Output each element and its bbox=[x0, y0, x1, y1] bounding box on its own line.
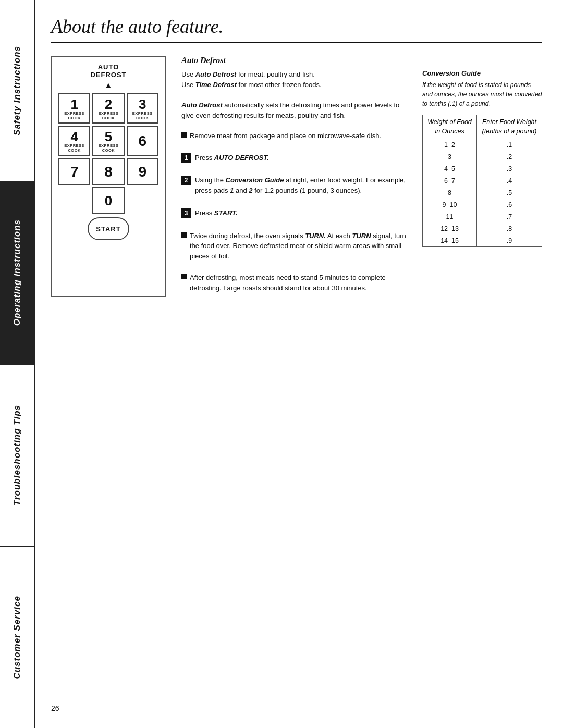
cell-tenths: .8 bbox=[477, 223, 542, 235]
bullet-icon-2 bbox=[181, 232, 187, 238]
table-row: 8.5 bbox=[423, 187, 542, 199]
bullet-item-1: Remove meat from package and place on mi… bbox=[181, 131, 410, 141]
cell-tenths: .6 bbox=[477, 199, 542, 211]
cell-ounces: 12–13 bbox=[423, 223, 477, 235]
keypad-top-label: AUTODEFROST bbox=[58, 63, 158, 79]
sidebar-section-operating[interactable]: Operating Instructions bbox=[0, 182, 34, 365]
conversion-title: Conversion Guide bbox=[422, 69, 542, 77]
table-row: 4–5.3 bbox=[423, 163, 542, 175]
sidebar-section-safety[interactable]: Safety Instructions bbox=[0, 0, 34, 182]
section-title: Auto Defrost bbox=[181, 56, 542, 65]
cell-ounces: 3 bbox=[423, 151, 477, 163]
table-row: 6–7.4 bbox=[423, 175, 542, 187]
step-text-2: Using the Conversion Guide at right, ent… bbox=[195, 175, 410, 195]
step-3: 3 Press START. bbox=[181, 208, 410, 218]
sidebar-label-troubleshooting: Troubleshooting Tips bbox=[12, 405, 22, 505]
bullet-item-2: Twice during defrost, the oven signals T… bbox=[181, 231, 410, 262]
cell-tenths: .9 bbox=[477, 235, 542, 247]
bullet-icon-3 bbox=[181, 274, 187, 279]
keypad-grid: 1 EXPRESS COOK 2 EXPRESS COOK 3 EXPRESS … bbox=[58, 93, 158, 185]
keypad-arrow: ▲ bbox=[58, 81, 158, 90]
intro-text-2: Auto Defrost automatically sets the defr… bbox=[181, 100, 410, 120]
key-5[interactable]: 5 EXPRESS COOK bbox=[92, 126, 124, 156]
keypad-panel: AUTODEFROST ▲ 1 EXPRESS COOK 2 EXPRESS C… bbox=[51, 56, 166, 297]
cell-ounces: 4–5 bbox=[423, 163, 477, 175]
key-0[interactable]: 0 bbox=[92, 187, 125, 214]
key-1[interactable]: 1 EXPRESS COOK bbox=[58, 93, 90, 124]
page-number: 26 bbox=[51, 688, 542, 712]
sidebar-label-customer: Customer Service bbox=[12, 596, 22, 680]
page-title: About the auto feature. bbox=[51, 16, 542, 38]
table-row: 1–2.1 bbox=[423, 139, 542, 151]
key-9[interactable]: 9 bbox=[127, 158, 158, 185]
conversion-table: Weight of Foodin Ounces Enter Food Weigh… bbox=[422, 115, 542, 247]
step-2: 2 Using the Conversion Guide at right, e… bbox=[181, 175, 410, 195]
step-text-3: Press START. bbox=[195, 208, 238, 218]
cell-ounces: 11 bbox=[423, 211, 477, 223]
content-area: AUTODEFROST ▲ 1 EXPRESS COOK 2 EXPRESS C… bbox=[51, 56, 542, 297]
main-content: About the auto feature. AUTODEFROST ▲ 1 … bbox=[35, 0, 563, 728]
bullet-icon-1 bbox=[181, 132, 187, 138]
bullet-text-2: Twice during defrost, the oven signals T… bbox=[190, 231, 410, 262]
conversion-note: If the weight of food is stated in pound… bbox=[422, 80, 542, 108]
step-badge-2: 2 bbox=[181, 176, 191, 185]
step-text-1: Press AUTO DEFROST. bbox=[195, 153, 269, 163]
bullet-item-3: After defrosting, most meats need to sta… bbox=[181, 273, 410, 293]
key-3[interactable]: 3 EXPRESS COOK bbox=[127, 93, 158, 124]
table-row: 9–10.6 bbox=[423, 199, 542, 211]
cell-tenths: .3 bbox=[477, 163, 542, 175]
step-badge-1: 1 bbox=[181, 153, 191, 163]
bullet-text-1: Remove meat from package and place on mi… bbox=[190, 131, 381, 141]
cell-ounces: 8 bbox=[423, 187, 477, 199]
key-4[interactable]: 4 EXPRESS COOK bbox=[58, 126, 90, 156]
cell-tenths: .1 bbox=[477, 139, 542, 151]
cell-ounces: 6–7 bbox=[423, 175, 477, 187]
cell-tenths: .4 bbox=[477, 175, 542, 187]
conversion-col: Conversion Guide If the weight of food i… bbox=[422, 69, 542, 297]
instructions-col: Use Auto Defrost for meat, poultry and f… bbox=[181, 69, 410, 297]
sidebar-label-operating: Operating Instructions bbox=[12, 219, 22, 326]
sidebar: Safety Instructions Operating Instructio… bbox=[0, 0, 35, 728]
sidebar-section-customer[interactable]: Customer Service bbox=[0, 547, 34, 728]
table-row: 3.2 bbox=[423, 151, 542, 163]
keypad-zero-row: 0 bbox=[58, 187, 158, 214]
key-7[interactable]: 7 bbox=[58, 158, 90, 185]
key-2[interactable]: 2 EXPRESS COOK bbox=[92, 93, 124, 124]
key-8[interactable]: 8 bbox=[92, 158, 124, 185]
key-6[interactable]: 6 bbox=[127, 126, 158, 156]
cell-ounces: 14–15 bbox=[423, 235, 477, 247]
cell-ounces: 9–10 bbox=[423, 199, 477, 211]
table-row: 14–15.9 bbox=[423, 235, 542, 247]
sidebar-section-troubleshooting[interactable]: Troubleshooting Tips bbox=[0, 365, 34, 547]
cell-ounces: 1–2 bbox=[423, 139, 477, 151]
intro-text-1: Use Auto Defrost for meat, poultry and f… bbox=[181, 69, 410, 90]
step-1: 1 Press AUTO DEFROST. bbox=[181, 153, 410, 163]
table-row: 11.7 bbox=[423, 211, 542, 223]
cell-tenths: .7 bbox=[477, 211, 542, 223]
cell-tenths: .2 bbox=[477, 151, 542, 163]
sidebar-label-safety: Safety Instructions bbox=[12, 46, 22, 135]
col-header-tenths: Enter Food Weight(tenths of a pound) bbox=[477, 115, 542, 139]
bullet-text-3: After defrosting, most meats need to sta… bbox=[190, 273, 410, 293]
key-start[interactable]: START bbox=[88, 217, 129, 240]
right-section: Use Auto Defrost for meat, poultry and f… bbox=[181, 69, 542, 297]
step-badge-3: 3 bbox=[181, 208, 191, 218]
table-row: 12–13.8 bbox=[423, 223, 542, 235]
title-divider bbox=[51, 42, 542, 43]
cell-tenths: .5 bbox=[477, 187, 542, 199]
start-label: START bbox=[96, 225, 120, 233]
col-header-ounces: Weight of Foodin Ounces bbox=[423, 115, 477, 139]
